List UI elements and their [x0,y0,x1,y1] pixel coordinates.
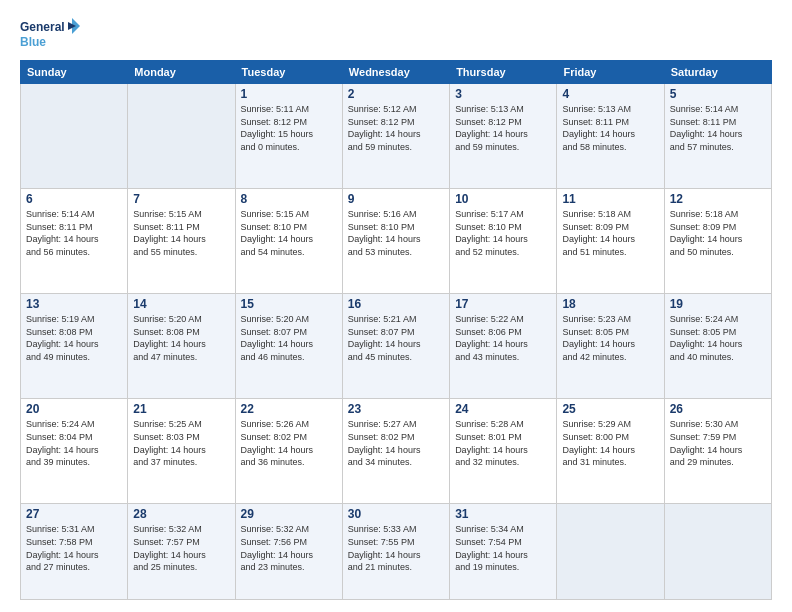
day-number: 9 [348,192,444,206]
calendar-day-cell: 28Sunrise: 5:32 AM Sunset: 7:57 PM Dayli… [128,504,235,600]
day-info: Sunrise: 5:34 AM Sunset: 7:54 PM Dayligh… [455,523,551,573]
day-number: 15 [241,297,337,311]
header: General Blue [20,16,772,52]
day-number: 1 [241,87,337,101]
day-number: 8 [241,192,337,206]
day-number: 6 [26,192,122,206]
calendar-day-cell: 7Sunrise: 5:15 AM Sunset: 8:11 PM Daylig… [128,189,235,294]
day-number: 26 [670,402,766,416]
day-info: Sunrise: 5:16 AM Sunset: 8:10 PM Dayligh… [348,208,444,258]
page: General Blue SundayMondayTuesdayWednesda… [0,0,792,612]
calendar-day-header: Saturday [664,61,771,84]
calendar-day-cell: 19Sunrise: 5:24 AM Sunset: 8:05 PM Dayli… [664,294,771,399]
calendar-day-cell: 12Sunrise: 5:18 AM Sunset: 8:09 PM Dayli… [664,189,771,294]
day-info: Sunrise: 5:15 AM Sunset: 8:11 PM Dayligh… [133,208,229,258]
calendar-day-cell: 2Sunrise: 5:12 AM Sunset: 8:12 PM Daylig… [342,84,449,189]
day-number: 18 [562,297,658,311]
day-number: 25 [562,402,658,416]
calendar-week-row: 1Sunrise: 5:11 AM Sunset: 8:12 PM Daylig… [21,84,772,189]
calendar-day-cell: 30Sunrise: 5:33 AM Sunset: 7:55 PM Dayli… [342,504,449,600]
calendar-day-header: Thursday [450,61,557,84]
calendar-table: SundayMondayTuesdayWednesdayThursdayFrid… [20,60,772,600]
day-info: Sunrise: 5:13 AM Sunset: 8:11 PM Dayligh… [562,103,658,153]
day-info: Sunrise: 5:33 AM Sunset: 7:55 PM Dayligh… [348,523,444,573]
calendar-day-cell: 27Sunrise: 5:31 AM Sunset: 7:58 PM Dayli… [21,504,128,600]
calendar-day-cell: 22Sunrise: 5:26 AM Sunset: 8:02 PM Dayli… [235,399,342,504]
calendar-day-cell: 21Sunrise: 5:25 AM Sunset: 8:03 PM Dayli… [128,399,235,504]
calendar-day-header: Sunday [21,61,128,84]
day-number: 3 [455,87,551,101]
svg-text:General: General [20,20,65,34]
day-number: 11 [562,192,658,206]
day-number: 10 [455,192,551,206]
day-info: Sunrise: 5:31 AM Sunset: 7:58 PM Dayligh… [26,523,122,573]
calendar-header-row: SundayMondayTuesdayWednesdayThursdayFrid… [21,61,772,84]
calendar-day-cell: 11Sunrise: 5:18 AM Sunset: 8:09 PM Dayli… [557,189,664,294]
day-info: Sunrise: 5:18 AM Sunset: 8:09 PM Dayligh… [670,208,766,258]
day-number: 24 [455,402,551,416]
calendar-day-header: Friday [557,61,664,84]
calendar-day-cell [21,84,128,189]
calendar-day-header: Tuesday [235,61,342,84]
day-info: Sunrise: 5:32 AM Sunset: 7:56 PM Dayligh… [241,523,337,573]
day-info: Sunrise: 5:20 AM Sunset: 8:07 PM Dayligh… [241,313,337,363]
day-info: Sunrise: 5:24 AM Sunset: 8:04 PM Dayligh… [26,418,122,468]
calendar-week-row: 27Sunrise: 5:31 AM Sunset: 7:58 PM Dayli… [21,504,772,600]
calendar-week-row: 20Sunrise: 5:24 AM Sunset: 8:04 PM Dayli… [21,399,772,504]
calendar-day-cell: 23Sunrise: 5:27 AM Sunset: 8:02 PM Dayli… [342,399,449,504]
day-number: 7 [133,192,229,206]
day-number: 19 [670,297,766,311]
day-info: Sunrise: 5:24 AM Sunset: 8:05 PM Dayligh… [670,313,766,363]
day-info: Sunrise: 5:12 AM Sunset: 8:12 PM Dayligh… [348,103,444,153]
day-info: Sunrise: 5:14 AM Sunset: 8:11 PM Dayligh… [670,103,766,153]
calendar-day-cell [128,84,235,189]
day-number: 21 [133,402,229,416]
logo: General Blue [20,16,80,52]
day-number: 14 [133,297,229,311]
calendar-day-header: Monday [128,61,235,84]
day-number: 13 [26,297,122,311]
day-info: Sunrise: 5:20 AM Sunset: 8:08 PM Dayligh… [133,313,229,363]
day-info: Sunrise: 5:13 AM Sunset: 8:12 PM Dayligh… [455,103,551,153]
day-info: Sunrise: 5:26 AM Sunset: 8:02 PM Dayligh… [241,418,337,468]
day-info: Sunrise: 5:15 AM Sunset: 8:10 PM Dayligh… [241,208,337,258]
day-info: Sunrise: 5:29 AM Sunset: 8:00 PM Dayligh… [562,418,658,468]
svg-text:Blue: Blue [20,35,46,49]
calendar-day-cell: 18Sunrise: 5:23 AM Sunset: 8:05 PM Dayli… [557,294,664,399]
calendar-day-cell: 24Sunrise: 5:28 AM Sunset: 8:01 PM Dayli… [450,399,557,504]
calendar-day-cell: 17Sunrise: 5:22 AM Sunset: 8:06 PM Dayli… [450,294,557,399]
day-info: Sunrise: 5:25 AM Sunset: 8:03 PM Dayligh… [133,418,229,468]
calendar-day-cell: 13Sunrise: 5:19 AM Sunset: 8:08 PM Dayli… [21,294,128,399]
calendar-day-cell: 10Sunrise: 5:17 AM Sunset: 8:10 PM Dayli… [450,189,557,294]
day-info: Sunrise: 5:27 AM Sunset: 8:02 PM Dayligh… [348,418,444,468]
calendar-day-cell: 20Sunrise: 5:24 AM Sunset: 8:04 PM Dayli… [21,399,128,504]
day-info: Sunrise: 5:18 AM Sunset: 8:09 PM Dayligh… [562,208,658,258]
calendar-day-cell: 9Sunrise: 5:16 AM Sunset: 8:10 PM Daylig… [342,189,449,294]
calendar-day-cell [557,504,664,600]
day-info: Sunrise: 5:30 AM Sunset: 7:59 PM Dayligh… [670,418,766,468]
day-info: Sunrise: 5:17 AM Sunset: 8:10 PM Dayligh… [455,208,551,258]
calendar-day-cell: 16Sunrise: 5:21 AM Sunset: 8:07 PM Dayli… [342,294,449,399]
day-number: 17 [455,297,551,311]
day-info: Sunrise: 5:19 AM Sunset: 8:08 PM Dayligh… [26,313,122,363]
calendar-week-row: 13Sunrise: 5:19 AM Sunset: 8:08 PM Dayli… [21,294,772,399]
calendar-day-cell: 26Sunrise: 5:30 AM Sunset: 7:59 PM Dayli… [664,399,771,504]
calendar-day-cell: 14Sunrise: 5:20 AM Sunset: 8:08 PM Dayli… [128,294,235,399]
day-number: 23 [348,402,444,416]
calendar-day-cell: 31Sunrise: 5:34 AM Sunset: 7:54 PM Dayli… [450,504,557,600]
day-number: 27 [26,507,122,521]
calendar-day-cell: 29Sunrise: 5:32 AM Sunset: 7:56 PM Dayli… [235,504,342,600]
day-number: 29 [241,507,337,521]
calendar-day-cell: 1Sunrise: 5:11 AM Sunset: 8:12 PM Daylig… [235,84,342,189]
calendar-day-cell: 15Sunrise: 5:20 AM Sunset: 8:07 PM Dayli… [235,294,342,399]
calendar-day-cell: 25Sunrise: 5:29 AM Sunset: 8:00 PM Dayli… [557,399,664,504]
day-info: Sunrise: 5:32 AM Sunset: 7:57 PM Dayligh… [133,523,229,573]
day-info: Sunrise: 5:14 AM Sunset: 8:11 PM Dayligh… [26,208,122,258]
calendar-day-cell: 3Sunrise: 5:13 AM Sunset: 8:12 PM Daylig… [450,84,557,189]
day-number: 30 [348,507,444,521]
day-info: Sunrise: 5:11 AM Sunset: 8:12 PM Dayligh… [241,103,337,153]
day-number: 4 [562,87,658,101]
day-info: Sunrise: 5:28 AM Sunset: 8:01 PM Dayligh… [455,418,551,468]
day-number: 28 [133,507,229,521]
day-info: Sunrise: 5:23 AM Sunset: 8:05 PM Dayligh… [562,313,658,363]
